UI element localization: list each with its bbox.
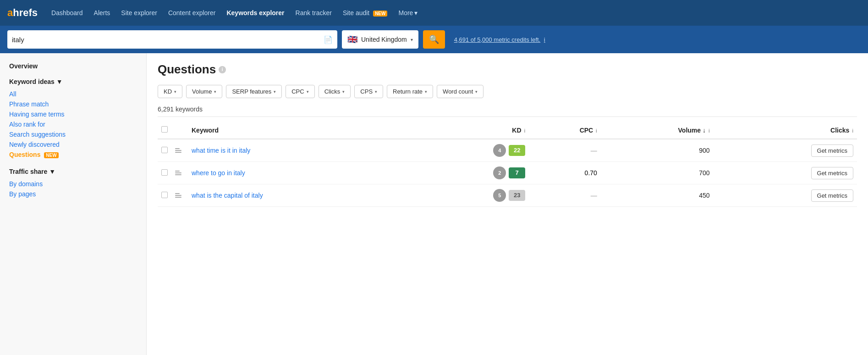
sidebar-item-questions[interactable]: Questions NEW [9, 150, 137, 160]
row-2-kd-value: 23 [509, 190, 525, 201]
sidebar-item-phrase-match[interactable]: Phrase match [9, 99, 137, 109]
row-1-volume-cell: 700 [601, 162, 714, 184]
page-title: Questions i [158, 62, 857, 77]
row-0-kd-cell: 422 [415, 139, 529, 162]
filter-cpc[interactable]: CPC ▾ [286, 85, 314, 98]
row-2-keyword-cell: what is the capital of italy [188, 184, 415, 207]
sidebar-item-newly-discovered[interactable]: Newly discovered [9, 139, 137, 150]
credits-info-icon[interactable]: i [544, 36, 545, 43]
row-1-keyword-link[interactable]: where to go in italy [192, 169, 245, 177]
nav-content-explorer[interactable]: Content explorer [164, 6, 220, 19]
row-0-lines-icon-cell [171, 139, 188, 162]
sidebar-item-having-same-terms[interactable]: Having same terms [9, 109, 137, 119]
logo[interactable]: aahrefshrefs [7, 7, 38, 19]
nav-alerts[interactable]: Alerts [89, 6, 115, 19]
row-0-keyword-link[interactable]: what time is it in italy [192, 147, 250, 154]
content-area: Questions i KD ▾ Volume ▾ SERP features … [147, 53, 868, 355]
row-1-lines-icon[interactable] [175, 171, 184, 175]
nav-rank-tracker[interactable]: Rank tracker [291, 6, 336, 19]
page-title-info-icon[interactable]: i [219, 66, 226, 73]
filter-serp-features[interactable]: SERP features ▾ [226, 85, 282, 98]
file-icon[interactable]: 📄 [324, 35, 333, 44]
filter-kd[interactable]: KD ▾ [158, 85, 182, 98]
country-flag: 🇬🇧 [347, 34, 357, 44]
row-2-kd-circle: 5 [493, 189, 506, 202]
row-2-kd-cell: 523 [415, 184, 529, 207]
sidebar-item-by-domains[interactable]: By domains [9, 179, 137, 189]
sidebar-item-by-pages[interactable]: By pages [9, 189, 137, 199]
row-1-kd-cell: 27 [415, 162, 529, 184]
row-1-kd-value: 7 [509, 167, 525, 178]
nav-more[interactable]: More ▾ [394, 6, 422, 19]
row-2-checkbox-cell [158, 184, 171, 207]
nav-keywords-explorer[interactable]: Keywords explorer [222, 6, 289, 19]
table-row: what is the capital of italy523—450Get m… [158, 184, 857, 207]
row-1-get-metrics-button[interactable]: Get metrics [811, 167, 853, 179]
row-1-kd-circle: 2 [493, 166, 506, 179]
credits-info: 4,691 of 5,000 metric credits left. i [454, 36, 545, 43]
clicks-th-info-icon[interactable]: i [852, 128, 853, 133]
questions-new-badge: NEW [44, 152, 58, 158]
row-2-keyword-link[interactable]: what is the capital of italy [192, 192, 263, 199]
cps-chevron-icon: ▾ [375, 89, 377, 94]
th-clicks: Clicks i [714, 122, 857, 139]
row-0-checkbox[interactable] [161, 147, 168, 153]
row-2-get-metrics-button[interactable]: Get metrics [811, 189, 853, 202]
th-icon [171, 122, 188, 139]
filter-clicks[interactable]: Clicks ▾ [319, 85, 351, 98]
row-2-cpc-cell: — [529, 184, 601, 207]
return-rate-chevron-icon: ▾ [425, 89, 427, 94]
site-audit-new-badge: NEW [373, 11, 387, 17]
search-icon: 🔍 [429, 34, 439, 44]
filter-return-rate[interactable]: Return rate ▾ [387, 85, 433, 98]
row-0-lines-icon[interactable] [175, 148, 184, 153]
row-0-kd-value: 22 [509, 145, 525, 156]
search-bar: 📄 🇬🇧 United Kingdom ▾ 🔍 4,691 of 5,000 m… [0, 26, 868, 53]
country-selector[interactable]: 🇬🇧 United Kingdom ▾ [342, 30, 418, 49]
sidebar-item-all[interactable]: All [9, 89, 137, 99]
sidebar-overview-label[interactable]: Overview [9, 62, 137, 70]
keyword-count: 6,291 keywords [158, 105, 857, 117]
row-1-checkbox[interactable] [161, 169, 168, 176]
nav-site-explorer[interactable]: Site explorer [116, 6, 162, 19]
select-all-checkbox[interactable] [161, 126, 168, 133]
clicks-chevron-icon: ▾ [342, 89, 345, 94]
row-2-lines-icon[interactable] [175, 193, 184, 198]
logo-a-letter: a [7, 7, 13, 18]
sidebar-item-also-rank-for[interactable]: Also rank for [9, 119, 137, 129]
top-navigation: aahrefshrefs Dashboard Alerts Site explo… [0, 0, 868, 26]
sidebar-keyword-ideas-label[interactable]: Keyword ideas ▼ [9, 78, 137, 85]
volume-th-info-icon[interactable]: i [709, 128, 710, 133]
cpc-th-info-icon[interactable]: i [596, 128, 597, 133]
row-1-keyword-cell: where to go in italy [188, 162, 415, 184]
sidebar-item-search-suggestions[interactable]: Search suggestions [9, 129, 137, 139]
country-name: United Kingdom [361, 36, 407, 43]
serp-chevron-icon: ▾ [274, 89, 276, 94]
row-0-get-metrics-button[interactable]: Get metrics [811, 144, 853, 157]
table-header-row: Keyword KD i CPC i Volume ↓ i [158, 122, 857, 139]
th-select-all[interactable] [158, 122, 171, 139]
nav-site-audit[interactable]: Site audit NEW [338, 6, 392, 19]
search-input[interactable] [12, 36, 320, 44]
row-2-volume-cell: 450 [601, 184, 714, 207]
search-input-wrap: 📄 [7, 30, 337, 49]
row-1-cpc-cell: 0.70 [529, 162, 601, 184]
volume-chevron-icon: ▾ [214, 89, 216, 94]
nav-dashboard[interactable]: Dashboard [47, 6, 88, 19]
filter-cps[interactable]: CPS ▾ [354, 85, 383, 98]
th-volume: Volume ↓ i [601, 122, 714, 139]
row-0-cpc-cell: — [529, 139, 601, 162]
filter-volume[interactable]: Volume ▾ [186, 85, 222, 98]
th-keyword: Keyword [188, 122, 415, 139]
filter-word-count[interactable]: Word count ▾ [437, 85, 483, 98]
row-2-checkbox[interactable] [161, 192, 168, 198]
kd-chevron-icon: ▾ [174, 89, 176, 94]
filter-bar: KD ▾ Volume ▾ SERP features ▾ CPC ▾ Clic… [158, 85, 857, 98]
search-button[interactable]: 🔍 [423, 30, 445, 49]
row-0-keyword-cell: what time is it in italy [188, 139, 415, 162]
row-2-lines-icon-cell [171, 184, 188, 207]
kd-th-info-icon[interactable]: i [524, 128, 525, 133]
row-1-lines-icon-cell [171, 162, 188, 184]
row-1-checkbox-cell [158, 162, 171, 184]
sidebar-traffic-share-label[interactable]: Traffic share ▼ [9, 168, 137, 175]
